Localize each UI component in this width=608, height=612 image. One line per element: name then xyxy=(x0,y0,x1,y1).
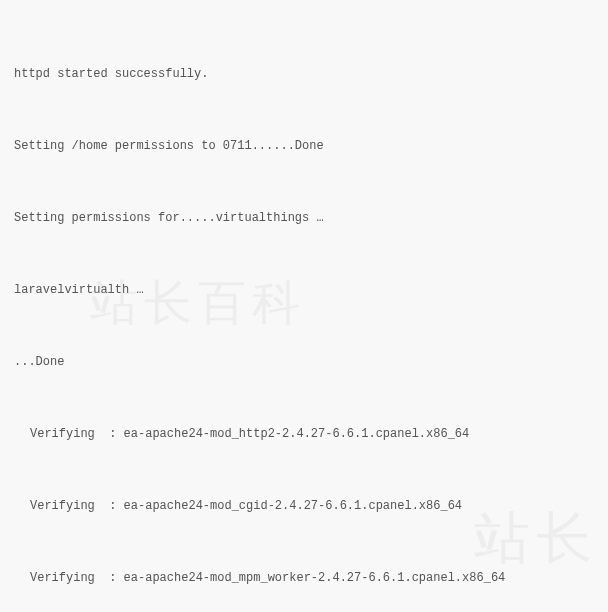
terminal-output: httpd started successfully. Setting /hom… xyxy=(14,14,594,612)
verify-line: Verifying : ea-apache24-mod_cgid-2.4.27-… xyxy=(14,494,594,518)
output-line: Setting permissions for.....virtualthing… xyxy=(14,206,594,230)
output-line: Setting /home permissions to 0711......D… xyxy=(14,134,594,158)
output-line: httpd started successfully. xyxy=(14,62,594,86)
output-line: ...Done xyxy=(14,350,594,374)
output-line: laravelvirtualth … xyxy=(14,278,594,302)
verify-line: Verifying : ea-apache24-mod_http2-2.4.27… xyxy=(14,422,594,446)
verify-line: Verifying : ea-apache24-mod_mpm_worker-2… xyxy=(14,566,594,590)
